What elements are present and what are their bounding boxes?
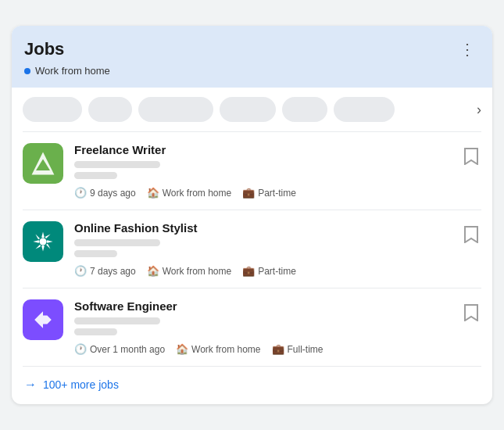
bag-icon-2: 💼	[242, 265, 255, 277]
job-location-1: 🏠 Work from home	[147, 187, 231, 199]
filter-pill-5[interactable]	[282, 97, 327, 122]
home-icon-3: 🏠	[176, 343, 188, 355]
bag-icon-3: 💼	[272, 343, 284, 355]
home-icon-2: 🏠	[147, 265, 159, 277]
job-type-2: 💼 Part-time	[242, 265, 296, 277]
skeleton-company-2	[74, 239, 160, 246]
clock-icon-3: 🕐	[74, 343, 87, 355]
header: Jobs ⋮ Work from home	[12, 26, 492, 88]
fashion-logo	[23, 221, 63, 262]
bookmark-btn-1[interactable]	[461, 145, 481, 172]
job-meta-3: 🕐 Over 1 month ago 🏠 Work from home 💼 Fu…	[74, 343, 450, 355]
list-item: Software Engineer 🕐 Over 1 month ago 🏠 W…	[12, 288, 492, 366]
home-icon-1: 🏠	[147, 187, 159, 199]
more-jobs-row: → 100+ more jobs	[12, 367, 492, 404]
filter-pill-2[interactable]	[88, 97, 132, 122]
filter-pill-3[interactable]	[138, 97, 213, 122]
more-jobs-label: 100+ more jobs	[43, 378, 119, 391]
list-item: Online Fashion Stylist 🕐 7 days ago 🏠 Wo…	[12, 210, 492, 288]
software-logo	[23, 299, 63, 340]
job-info-3: Software Engineer 🕐 Over 1 month ago 🏠 W…	[74, 299, 450, 355]
skeleton-detail-3	[74, 328, 117, 335]
filter-pill-1[interactable]	[23, 97, 82, 122]
skeleton-company-1	[74, 161, 160, 168]
job-title-3: Software Engineer	[74, 299, 450, 313]
blue-dot-icon	[24, 68, 30, 74]
job-location-2: 🏠 Work from home	[147, 265, 231, 277]
job-meta-2: 🕐 7 days ago 🏠 Work from home 💼 Part-tim…	[74, 265, 450, 277]
list-item: Freelance Writer 🕐 9 days ago 🏠 Work fro…	[12, 132, 492, 210]
header-subtitle: Work from home	[24, 65, 480, 77]
page-title: Jobs	[24, 39, 64, 59]
job-age-2: 🕐 7 days ago	[74, 265, 136, 277]
bag-icon-1: 💼	[242, 187, 255, 199]
bookmark-btn-2[interactable]	[461, 223, 481, 250]
jobs-card: Jobs ⋮ Work from home › Freelance Writer	[12, 26, 492, 404]
clock-icon-1: 🕐	[74, 187, 87, 199]
job-type-3: 💼 Full-time	[272, 343, 323, 355]
job-meta-1: 🕐 9 days ago 🏠 Work from home 💼 Part-tim…	[74, 187, 450, 199]
svg-point-2	[40, 238, 47, 245]
clock-icon-2: 🕐	[74, 265, 87, 277]
header-subtitle-text: Work from home	[35, 65, 110, 77]
bookmark-btn-3[interactable]	[461, 301, 481, 328]
skeleton-company-3	[74, 317, 160, 324]
filter-row: ›	[12, 88, 492, 131]
arrow-right-icon: →	[24, 378, 37, 392]
header-top: Jobs ⋮	[24, 38, 480, 60]
filter-pill-6[interactable]	[334, 97, 395, 122]
job-age-3: 🕐 Over 1 month ago	[74, 343, 165, 355]
job-title-2: Online Fashion Stylist	[74, 221, 450, 235]
job-title-1: Freelance Writer	[74, 143, 450, 156]
menu-icon[interactable]: ⋮	[455, 38, 480, 60]
chevron-right-icon[interactable]: ›	[477, 102, 481, 118]
freelance-logo	[23, 143, 63, 184]
job-info-1: Freelance Writer 🕐 9 days ago 🏠 Work fro…	[74, 143, 450, 199]
job-info-2: Online Fashion Stylist 🕐 7 days ago 🏠 Wo…	[74, 221, 450, 277]
job-location-3: 🏠 Work from home	[176, 343, 260, 355]
job-type-1: 💼 Part-time	[242, 187, 296, 199]
job-age-1: 🕐 9 days ago	[74, 187, 136, 199]
skeleton-detail-2	[74, 250, 117, 257]
skeleton-detail-1	[74, 172, 117, 179]
filter-pill-4[interactable]	[220, 97, 276, 122]
more-jobs-link[interactable]: → 100+ more jobs	[24, 378, 119, 392]
